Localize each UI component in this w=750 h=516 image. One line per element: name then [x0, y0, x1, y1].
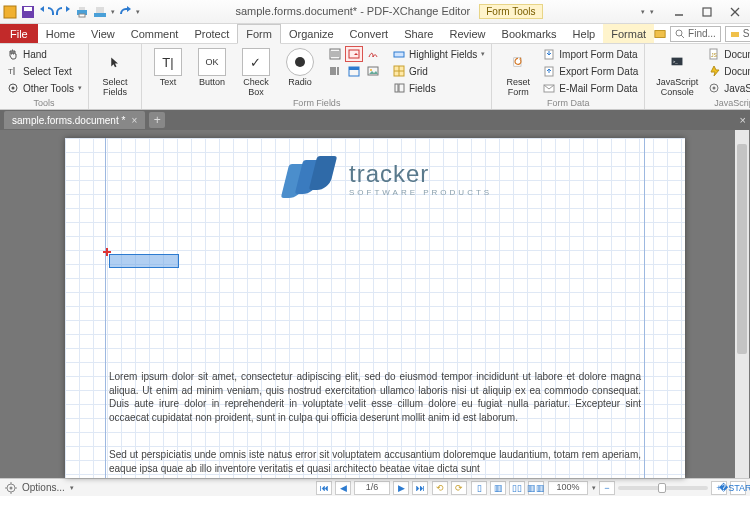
console-icon: >_: [663, 48, 691, 76]
document-actions[interactable]: Document Actions: [707, 63, 750, 79]
js-options-icon: [707, 81, 721, 95]
two-page-icon[interactable]: ▯▯: [509, 481, 525, 495]
js-console-button[interactable]: >_JavaScript Console: [651, 46, 703, 98]
tab-share[interactable]: Share: [396, 24, 441, 43]
fit-page-icon[interactable]: �START: [730, 481, 746, 495]
qat-dropdown-icon[interactable]: ▾: [111, 8, 115, 16]
group-form-fields: T|Text OKButton ✓Check Box Radio Highlig…: [142, 44, 492, 109]
button-field-button[interactable]: OKButton: [192, 46, 232, 88]
search-box[interactable]: Search...: [725, 26, 750, 42]
single-page-icon[interactable]: ▯: [471, 481, 487, 495]
first-page-button[interactable]: ⏮: [316, 481, 332, 495]
text-field-button[interactable]: T|Text: [148, 46, 188, 88]
date-field-icon[interactable]: [345, 63, 363, 79]
redo-icon[interactable]: [56, 4, 72, 20]
redo2-icon[interactable]: [117, 4, 133, 20]
export-icon: [542, 64, 556, 78]
maximize-button[interactable]: [694, 3, 720, 21]
quicklaunch-icon[interactable]: [654, 28, 666, 40]
scrollbar-thumb[interactable]: [737, 144, 747, 354]
tab-help[interactable]: Help: [565, 24, 604, 43]
find-box[interactable]: Find...: [670, 26, 721, 42]
tab-organize[interactable]: Organize: [281, 24, 342, 43]
prev-page-button[interactable]: ◀: [335, 481, 351, 495]
document-javascript[interactable]: JSDocument JavaScript: [707, 46, 750, 62]
document-tab[interactable]: sample.forms.document * ×: [4, 111, 145, 129]
svg-rect-30: [349, 50, 359, 58]
tab-convert[interactable]: Convert: [342, 24, 397, 43]
undo-icon[interactable]: [38, 4, 54, 20]
save-icon[interactable]: [20, 4, 36, 20]
signature-field-icon[interactable]: [364, 46, 382, 62]
next-page-button[interactable]: ▶: [393, 481, 409, 495]
reset-form-button[interactable]: Reset Form: [498, 46, 538, 98]
page-nav: ⏮ ◀ 1/6 ▶ ⏭: [316, 481, 428, 495]
minimize-button[interactable]: [666, 3, 692, 21]
status-bar: Options...▾ ⏮ ◀ 1/6 ▶ ⏭ ⟲ ⟳ ▯ ▥ ▯▯ ▥▥ 10…: [0, 478, 750, 496]
email-form-data[interactable]: E-Mail Form Data: [542, 80, 638, 96]
new-tab-button[interactable]: +: [149, 112, 165, 128]
vertical-scrollbar[interactable]: [735, 130, 749, 478]
export-form-data[interactable]: Export Form Data: [542, 63, 638, 79]
select-text-icon: T: [6, 64, 20, 78]
page-indicator[interactable]: 1/6: [354, 481, 390, 495]
search-label: Search...: [743, 28, 750, 39]
options-label[interactable]: Options...: [22, 482, 65, 493]
close-button[interactable]: [722, 3, 748, 21]
tab-view[interactable]: View: [83, 24, 123, 43]
zoom-knob[interactable]: [658, 483, 666, 493]
highlight-fields[interactable]: Highlight Fields▾: [392, 46, 485, 62]
fields-pane[interactable]: Fields: [392, 80, 485, 96]
reset-icon: [504, 48, 532, 76]
continuous-icon[interactable]: ▥: [490, 481, 506, 495]
nav-fwd-button[interactable]: ⟳: [451, 481, 467, 495]
launch-drop[interactable]: ▾: [650, 8, 654, 16]
page-canvas[interactable]: tracker SOFTWARE PRODUCTS Lorem ipsum do…: [65, 138, 685, 478]
svg-point-38: [370, 69, 372, 71]
zoom-value[interactable]: 100%: [548, 481, 588, 495]
other-tools[interactable]: Other Tools▾: [6, 80, 82, 96]
svg-rect-6: [94, 13, 106, 17]
javascript-options[interactable]: JavaScript Options: [707, 80, 750, 96]
zoom-drop[interactable]: ▾: [592, 484, 596, 492]
checkbox-field-button[interactable]: ✓Check Box: [236, 46, 276, 98]
nav-back-button[interactable]: ⟲: [432, 481, 448, 495]
grid-toggle[interactable]: Grid: [392, 63, 485, 79]
email-icon: [542, 81, 556, 95]
last-page-button[interactable]: ⏭: [412, 481, 428, 495]
button-field-icon: OK: [198, 48, 226, 76]
options-drop[interactable]: ▾: [70, 484, 74, 492]
radio-field-button[interactable]: Radio: [280, 46, 320, 88]
ui-options-drop[interactable]: ▾: [641, 8, 645, 16]
zoom-slider[interactable]: [618, 486, 708, 490]
tab-home[interactable]: Home: [38, 24, 83, 43]
tab-protect[interactable]: Protect: [186, 24, 237, 43]
tab-comment[interactable]: Comment: [123, 24, 187, 43]
tab-review[interactable]: Review: [441, 24, 493, 43]
import-icon: [542, 47, 556, 61]
zoom-out-button[interactable]: −: [599, 481, 615, 495]
close-all-icon[interactable]: ×: [740, 114, 746, 126]
select-text-tool[interactable]: TSelect Text: [6, 63, 82, 79]
print-icon[interactable]: [74, 4, 90, 20]
form-field-placeholder[interactable]: [109, 254, 179, 268]
tab-form[interactable]: Form: [237, 24, 281, 44]
close-tab-icon[interactable]: ×: [131, 115, 137, 126]
barcode-field-icon[interactable]: [326, 63, 344, 79]
window-controls: [666, 3, 748, 21]
group-form-data-label: Form Data: [498, 98, 638, 109]
context-tab-label: Form Tools: [479, 4, 542, 19]
tab-format[interactable]: Format: [603, 24, 654, 43]
two-continuous-icon[interactable]: ▥▥: [528, 481, 544, 495]
file-tab[interactable]: File: [0, 24, 38, 43]
select-fields-button[interactable]: Select Fields: [95, 46, 135, 98]
import-form-data[interactable]: Import Form Data: [542, 46, 638, 62]
tab-bookmarks[interactable]: Bookmarks: [494, 24, 565, 43]
scan-icon[interactable]: [92, 4, 108, 20]
dropdown-field-icon[interactable]: [345, 46, 363, 62]
listbox-field-icon[interactable]: [326, 46, 344, 62]
gear-icon[interactable]: [4, 481, 18, 495]
svg-line-20: [681, 35, 684, 38]
image-field-icon[interactable]: [364, 63, 382, 79]
hand-tool[interactable]: Hand: [6, 46, 82, 62]
